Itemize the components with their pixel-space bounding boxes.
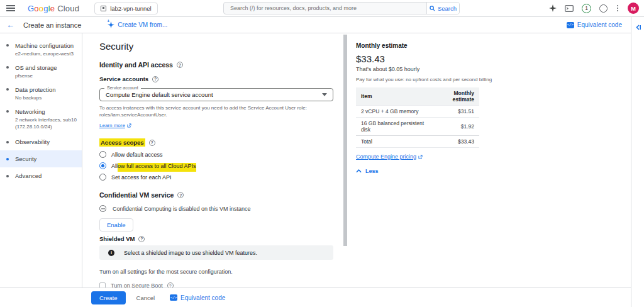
create-button[interactable]: Create (91, 291, 126, 304)
content-area: Machine configuration e2-medium, europe-… (0, 33, 631, 287)
estimate-total-label: Total (356, 136, 430, 148)
estimate-hourly-note: That's about $0.05 hourly (356, 66, 621, 72)
logo-letter: G (28, 4, 34, 13)
service-account-select[interactable]: Service account Compute Engine default s… (99, 88, 333, 101)
less-label: Less (365, 168, 379, 174)
sidebar-item-label: OS and storage (15, 64, 77, 72)
menu-icon[interactable] (6, 5, 15, 11)
estimate-item: 2 vCPU + 4 GB memory (356, 106, 430, 118)
collapse-panel-icon[interactable] (635, 22, 641, 30)
global-search: Search (223, 2, 460, 14)
shielded-note: Turn on all settings for the most secure… (99, 269, 333, 275)
page-title: Create an instance (23, 21, 81, 29)
logo-letter: e (50, 4, 55, 13)
estimate-cost: $31.51 (430, 106, 479, 118)
steps-sidebar: Machine configuration e2-medium, europe-… (0, 33, 82, 287)
logo-letter: o (39, 4, 43, 13)
help-icon[interactable] (167, 282, 174, 287)
sidebar-item-label: Machine configuration (15, 42, 77, 50)
scrollbar-thumb[interactable] (343, 35, 347, 246)
estimate-total-row: Total $33.43 (356, 136, 479, 148)
project-selector[interactable]: lab2-vpn-tunnel (94, 3, 158, 14)
create-vm-from-label: Create VM from... (118, 21, 167, 28)
search-icon (430, 6, 435, 11)
estimate-cost: $1.92 (430, 118, 479, 136)
help-icon[interactable] (177, 62, 183, 68)
equivalent-code-button-top[interactable]: Equivalent code (567, 21, 622, 28)
radio-label-prefix: All (111, 163, 118, 169)
shielded-info-banner: Select a shielded image to use shielded … (99, 245, 333, 260)
service-accounts-label: Service accounts (99, 75, 148, 82)
search-button[interactable]: Search (426, 3, 459, 14)
sidebar-item-data-protection[interactable]: Data protection No backups (0, 82, 82, 104)
equivalent-code-button-bottom[interactable]: Equivalent code (170, 294, 225, 301)
learn-more-link[interactable]: Learn more (99, 123, 131, 128)
sidebar-item-security[interactable]: Security (0, 150, 82, 167)
shielded-vm-title: Shielded VM (99, 235, 333, 242)
estimate-col-monthly: Monthly estimate (430, 87, 479, 106)
create-vm-from-button[interactable]: + Create VM from... (108, 21, 167, 28)
sidebar-item-sublabel: e2-medium, europe-west3 (15, 50, 77, 57)
help-icon[interactable] (152, 76, 158, 82)
checkbox-secure-boot[interactable]: Turn on Secure Boot (99, 282, 333, 287)
back-arrow-icon[interactable]: ← (6, 21, 14, 29)
radio-allow-default-access[interactable]: Allow default access (99, 151, 333, 158)
gcp-create-instance-page: Google Cloud lab2-vpn-tunnel Search 1 M (0, 0, 644, 307)
help-icon[interactable] (599, 4, 608, 13)
sidebar-item-machine-configuration[interactable]: Machine configuration e2-medium, europe-… (0, 38, 82, 60)
radio-icon (99, 151, 106, 158)
search-input[interactable] (224, 3, 426, 14)
spark-plus-icon: + (108, 21, 114, 28)
table-row: 16 GB balanced persistent disk $1.92 (356, 118, 479, 136)
more-options-icon[interactable] (616, 4, 619, 13)
help-icon[interactable] (138, 236, 145, 242)
scrollbar-track[interactable] (343, 33, 348, 287)
help-icon[interactable] (149, 140, 155, 146)
code-icon (170, 294, 177, 301)
action-bar: Create Cancel Equivalent code (0, 287, 631, 307)
compute-engine-pricing-link[interactable]: Compute Engine pricing (356, 154, 423, 160)
cloud-shell-icon[interactable] (565, 5, 574, 12)
sidebar-item-sublabel: 2 network interfaces, sub10 (172.28.10.0… (15, 116, 77, 130)
sidebar-item-label: Observability (15, 138, 50, 146)
confidential-status-text: Confidential Computing is disabled on th… (113, 206, 251, 212)
radio-label: Allow full access to all Cloud APIs (111, 163, 196, 169)
gemini-icon[interactable] (549, 4, 557, 12)
project-icon (101, 6, 106, 11)
access-scopes-label: Access scopes (99, 138, 145, 147)
bullet-icon (6, 88, 9, 91)
info-icon (108, 250, 114, 256)
collapse-estimate-button[interactable]: Less (356, 168, 621, 174)
cloud-shell-sessions-badge[interactable]: 1 (582, 4, 591, 13)
checkbox-icon (99, 282, 106, 287)
radio-set-access-each-api[interactable]: Set access for each API (99, 174, 333, 181)
sidebar-item-sublabel: pfsense (15, 72, 77, 79)
radio-label-highlight: ow full access to all Cloud APIs (118, 163, 196, 169)
sidebar-item-os-and-storage[interactable]: OS and storage pfsense (0, 60, 82, 82)
service-account-value: Compute Engine default service account (106, 91, 213, 98)
estimate-billing-note: Pay for what you use: no upfront costs a… (356, 77, 621, 82)
account-avatar[interactable]: M (628, 3, 639, 14)
sidebar-item-label: Data protection (15, 86, 77, 94)
enable-button[interactable]: Enable (99, 218, 133, 232)
security-form: Security Identity and API access Service… (82, 33, 343, 287)
checkbox-label: Turn on Secure Boot (111, 282, 163, 287)
cancel-button[interactable]: Cancel (136, 294, 155, 301)
shielded-banner-text: Select a shielded image to use shielded … (124, 250, 257, 256)
google-cloud-logo[interactable]: Google Cloud (28, 4, 79, 13)
estimate-amount: $33.43 (356, 53, 621, 64)
service-account-helper-text: To access instances with this service ac… (99, 104, 335, 118)
logo-letter: g (43, 4, 48, 13)
estimate-item: 16 GB balanced persistent disk (356, 118, 430, 136)
sidebar-item-networking[interactable]: Networking 2 network interfaces, sub10 (… (0, 104, 82, 133)
bullet-icon (6, 44, 9, 47)
sidebar-item-advanced[interactable]: Advanced (0, 167, 82, 184)
service-accounts-title: Service accounts (99, 75, 333, 82)
radio-allow-full-access[interactable]: Allow full access to all Cloud APIs (99, 162, 333, 169)
sidebar-item-observability[interactable]: Observability (0, 133, 82, 150)
top-navigation-bar: Google Cloud lab2-vpn-tunnel Search 1 M (0, 0, 644, 17)
search-button-label: Search (438, 5, 457, 12)
help-icon[interactable] (177, 192, 184, 198)
code-icon (567, 22, 574, 28)
disabled-icon (99, 205, 106, 212)
